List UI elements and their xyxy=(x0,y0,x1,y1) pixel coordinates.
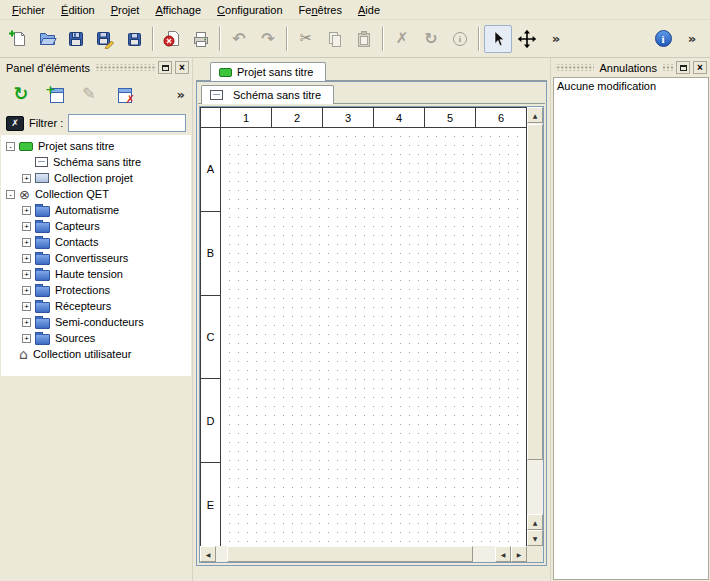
elements-panel-titlebar[interactable]: Panel d'éléments × xyxy=(1,60,191,75)
project-icon xyxy=(19,142,33,151)
vertical-scroll-thumb[interactable] xyxy=(527,124,543,460)
tree-item-label: Collection utilisateur xyxy=(33,348,131,360)
save-all-button[interactable] xyxy=(120,25,148,53)
menu-affichage[interactable]: Affichage xyxy=(147,2,209,18)
tree-item-protections[interactable]: + Protections xyxy=(1,282,191,298)
horizontal-scroll-track[interactable] xyxy=(216,546,495,562)
expand-icon[interactable]: + xyxy=(22,254,31,263)
scroll-left-button[interactable]: ◀ xyxy=(495,546,511,562)
tree-item-convertisseurs[interactable]: + Convertisseurs xyxy=(1,250,191,266)
new-project-button[interactable] xyxy=(4,25,32,53)
expand-icon[interactable]: + xyxy=(22,302,31,311)
info-icon: i xyxy=(453,32,467,46)
expand-icon[interactable]: + xyxy=(22,334,31,343)
scroll-down-button[interactable]: ▼ xyxy=(527,530,543,546)
tree-item-schema[interactable]: Schéma sans titre xyxy=(1,154,191,170)
scroll-up-button[interactable]: ▲ xyxy=(527,514,543,530)
toolbar-overflow-button[interactable]: » xyxy=(542,25,570,53)
tree-item-collection-qet[interactable]: - ⊗ Collection QET xyxy=(1,186,191,202)
open-project-button[interactable] xyxy=(33,25,61,53)
cut-button[interactable]: ✂ xyxy=(292,25,320,53)
help-overflow-button[interactable]: » xyxy=(678,25,706,53)
undo-history-list[interactable]: Aucune modification xyxy=(553,77,709,580)
expand-icon[interactable]: + xyxy=(22,174,31,183)
scroll-right-button[interactable]: ▶ xyxy=(511,546,527,562)
menu-aide[interactable]: Aide xyxy=(350,2,388,18)
tree-item-collection-projet[interactable]: + Collection projet xyxy=(1,170,191,186)
dock-float-button[interactable] xyxy=(676,61,690,74)
print-button[interactable] xyxy=(187,25,215,53)
about-info-icon: i xyxy=(655,30,672,47)
element-info-button[interactable]: i xyxy=(446,25,474,53)
menu-configuration[interactable]: Configuration xyxy=(209,2,290,18)
close-file-button[interactable] xyxy=(158,25,186,53)
reload-collections-button[interactable]: ↻ xyxy=(7,80,35,108)
tree-item-label: Automatisme xyxy=(55,204,119,216)
tree-item-collection-utilisateur[interactable]: ⌂ Collection utilisateur xyxy=(1,346,191,362)
diagram-view[interactable]: 1 2 3 4 5 6 A B C xyxy=(199,106,544,563)
dock-grip[interactable] xyxy=(663,64,673,71)
edit-element-button[interactable]: ✎ xyxy=(75,80,103,108)
save-button[interactable] xyxy=(62,25,90,53)
tab-projet-sans-titre[interactable]: Projet sans titre xyxy=(210,62,326,81)
expand-icon[interactable]: + xyxy=(22,270,31,279)
dock-grip[interactable] xyxy=(96,64,155,71)
delete-button[interactable]: ✗ xyxy=(388,25,416,53)
tree-item-haute-tension[interactable]: + Haute tension xyxy=(1,266,191,282)
rotate-button[interactable]: ↻ xyxy=(417,25,445,53)
menu-edition[interactable]: Édition xyxy=(53,2,103,18)
tree-item-contacts[interactable]: + Contacts xyxy=(1,234,191,250)
tree-item-capteurs[interactable]: + Capteurs xyxy=(1,218,191,234)
vertical-scrollbar[interactable]: ▲ ▲ ▼ xyxy=(527,107,543,546)
new-element-button[interactable]: + xyxy=(41,80,69,108)
dock-float-button[interactable] xyxy=(158,61,172,74)
expand-icon[interactable]: + xyxy=(22,222,31,231)
schema-icon xyxy=(210,90,223,100)
menu-projet[interactable]: Projet xyxy=(103,2,148,18)
dock-close-button[interactable]: × xyxy=(175,61,189,74)
close-icon: × xyxy=(179,63,185,73)
dock-grip[interactable] xyxy=(555,64,594,71)
tree-item-semi-conducteurs[interactable]: + Semi-conducteurs xyxy=(1,314,191,330)
expand-icon[interactable]: + xyxy=(22,238,31,247)
print-icon xyxy=(191,29,211,49)
column-header: 6 xyxy=(476,108,526,128)
undo-button[interactable]: ↶ xyxy=(225,25,253,53)
overflow-chevron-icon: » xyxy=(552,32,560,45)
tree-item-sources[interactable]: + Sources xyxy=(1,330,191,346)
tab-schema-sans-titre[interactable]: Schéma sans titre xyxy=(201,85,334,104)
expand-icon[interactable]: + xyxy=(22,318,31,327)
menu-fichier[interactable]: Fichier xyxy=(4,2,53,18)
undo-dock-titlebar[interactable]: Annulations × xyxy=(553,60,709,75)
tree-item-automatisme[interactable]: + Automatisme xyxy=(1,202,191,218)
save-as-button[interactable] xyxy=(91,25,119,53)
about-button[interactable]: i xyxy=(649,25,677,53)
delete-element-button[interactable]: ✗ xyxy=(109,80,137,108)
toolbar-separator xyxy=(219,27,221,51)
dock-close-button[interactable]: × xyxy=(693,61,707,74)
expand-icon[interactable]: + xyxy=(22,286,31,295)
diagram-grid[interactable] xyxy=(221,128,526,546)
move-tool-button[interactable] xyxy=(513,25,541,53)
horizontal-scrollbar[interactable]: ◀ ◀ ▶ xyxy=(200,546,527,562)
vertical-scroll-track[interactable] xyxy=(527,123,543,514)
clear-filter-button[interactable]: ✗ xyxy=(6,116,24,131)
tree-item-label: Capteurs xyxy=(55,220,100,232)
filter-input[interactable] xyxy=(68,114,186,132)
select-tool-button[interactable] xyxy=(484,25,512,53)
expand-icon[interactable]: + xyxy=(22,206,31,215)
scroll-up-button[interactable]: ▲ xyxy=(527,107,543,123)
tree-item-project[interactable]: - Projet sans titre xyxy=(1,138,191,154)
collapse-icon[interactable]: - xyxy=(6,142,15,151)
menu-fenetres[interactable]: Fenêtres xyxy=(291,2,350,18)
column-header: 2 xyxy=(272,108,323,128)
folder-icon xyxy=(35,252,50,265)
tree-item-recepteurs[interactable]: + Récepteurs xyxy=(1,298,191,314)
scroll-left-button[interactable]: ◀ xyxy=(200,546,216,562)
paste-button[interactable] xyxy=(350,25,378,53)
horizontal-scroll-thumb[interactable] xyxy=(227,546,473,562)
redo-button[interactable]: ↷ xyxy=(254,25,282,53)
panel-overflow-button[interactable]: » xyxy=(177,88,185,101)
copy-button[interactable] xyxy=(321,25,349,53)
collapse-icon[interactable]: - xyxy=(6,190,15,199)
